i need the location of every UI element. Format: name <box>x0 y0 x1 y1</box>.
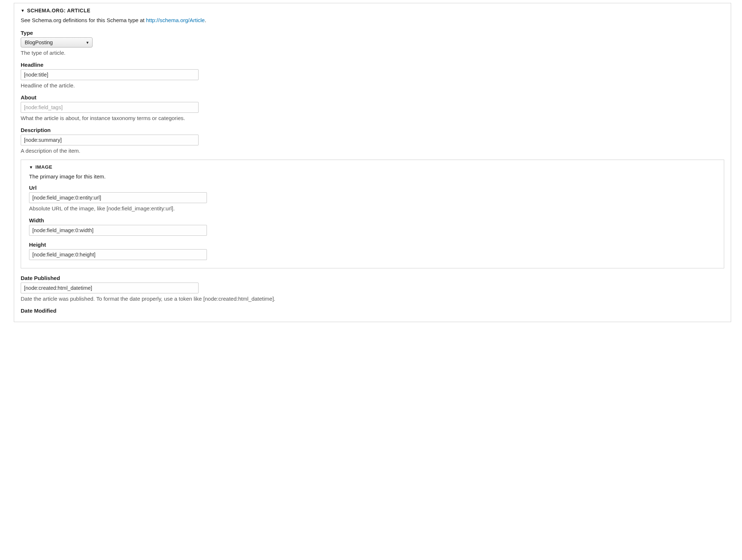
date-published-input[interactable] <box>21 283 199 293</box>
image-width-input[interactable] <box>29 225 207 236</box>
image-height-input[interactable] <box>29 249 207 260</box>
image-legend-text: Image <box>35 164 52 170</box>
image-fieldset: ▼ Image The primary image for this item.… <box>21 160 724 268</box>
image-width-field: Width <box>29 217 716 236</box>
headline-field: Headline Headline of the article. <box>21 62 724 88</box>
date-modified-field: Date Modified <box>21 308 724 314</box>
date-published-description: Date the article was published. To forma… <box>21 296 724 302</box>
image-url-field: Url Absolute URL of the image, like [nod… <box>29 185 716 211</box>
image-height-field: Height <box>29 242 716 260</box>
article-schema-link[interactable]: http://schema.org/Article <box>146 17 205 23</box>
article-legend-text: Schema.org: Article <box>27 8 90 13</box>
type-label: Type <box>21 30 724 36</box>
about-label: About <box>21 94 724 100</box>
about-description: What the article is about, for instance … <box>21 115 724 121</box>
headline-description: Headline of the article. <box>21 82 724 88</box>
image-height-label: Height <box>29 242 716 248</box>
about-field: About What the article is about, for ins… <box>21 94 724 121</box>
image-width-label: Width <box>29 217 716 223</box>
article-intro-prefix: See Schema.org definitions for this Sche… <box>21 17 146 23</box>
article-fieldset: ▼ Schema.org: Article See Schema.org def… <box>14 3 731 322</box>
description-label: Description <box>21 127 724 133</box>
caret-down-icon: ▼ <box>86 41 89 45</box>
image-url-description: Absolute URL of the image, like [node:fi… <box>29 205 716 211</box>
type-select[interactable]: BlogPosting ▼ <box>21 37 93 48</box>
type-select-value: BlogPosting <box>25 40 83 45</box>
type-description: The type of article. <box>21 50 724 56</box>
date-published-field: Date Published Date the article was publ… <box>21 275 724 302</box>
image-fieldset-toggle[interactable]: ▼ Image <box>29 164 716 170</box>
caret-down-icon: ▼ <box>21 8 25 13</box>
article-intro: See Schema.org definitions for this Sche… <box>21 17 724 23</box>
headline-label: Headline <box>21 62 724 68</box>
caret-down-icon: ▼ <box>29 165 33 169</box>
article-intro-suffix: . <box>205 17 206 23</box>
image-url-label: Url <box>29 185 716 191</box>
description-input[interactable] <box>21 135 199 145</box>
description-description: A description of the item. <box>21 148 724 154</box>
image-url-input[interactable] <box>29 192 207 203</box>
date-modified-label: Date Modified <box>21 308 724 314</box>
headline-input[interactable] <box>21 69 199 80</box>
about-input[interactable] <box>21 102 199 113</box>
type-field: Type BlogPosting ▼ The type of article. <box>21 30 724 56</box>
article-fieldset-toggle[interactable]: ▼ Schema.org: Article <box>21 8 724 13</box>
date-published-label: Date Published <box>21 275 724 281</box>
description-field: Description A description of the item. <box>21 127 724 154</box>
image-intro: The primary image for this item. <box>29 173 716 180</box>
